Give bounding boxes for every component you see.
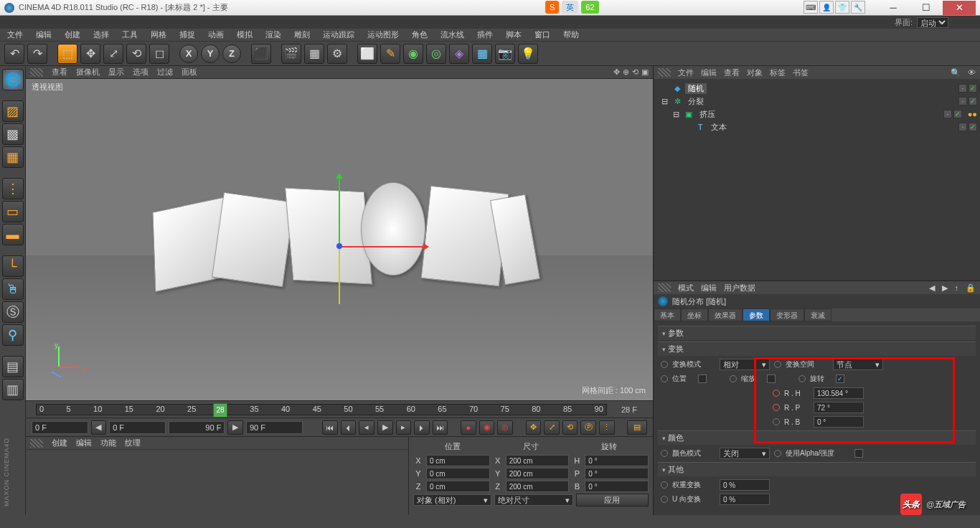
- anim-dot[interactable]: [798, 375, 806, 382]
- menu-sculpt[interactable]: 雕刻: [290, 28, 314, 42]
- scale-checkbox[interactable]: [767, 374, 776, 383]
- attr-tab[interactable]: 坐标: [681, 308, 708, 321]
- menu-track[interactable]: 运动跟踪: [319, 28, 359, 42]
- globe-icon[interactable]: 🌐: [2, 69, 24, 90]
- section-other[interactable]: 其他: [658, 462, 976, 476]
- vp-menu-filter[interactable]: 过滤: [157, 67, 173, 77]
- workplane1[interactable]: ▤: [2, 356, 24, 377]
- key-pos[interactable]: ✥: [526, 420, 542, 435]
- menu-edit[interactable]: 编辑: [32, 28, 56, 42]
- rp-field[interactable]: 72 °: [814, 402, 864, 413]
- close-button[interactable]: ✕: [943, 1, 976, 15]
- attr-tab[interactable]: 效果器: [708, 308, 743, 321]
- recent-tool[interactable]: ◻: [149, 44, 169, 64]
- ime-tool-icon[interactable]: 🔧: [851, 1, 865, 14]
- key-pla[interactable]: ⋮: [599, 420, 615, 435]
- anim-dot[interactable]: [661, 450, 668, 457]
- menu-simulate[interactable]: 模拟: [232, 28, 257, 42]
- render-view[interactable]: 🎬: [281, 44, 301, 64]
- obj-menu-obj[interactable]: 对象: [747, 67, 763, 78]
- ime-user-icon[interactable]: 👤: [819, 1, 834, 14]
- x-axis-lock[interactable]: X: [179, 44, 198, 63]
- rotate-tool[interactable]: ⟲: [126, 44, 146, 64]
- rotation-checkbox[interactable]: ✓: [836, 374, 844, 383]
- workplane-mode[interactable]: ▦: [2, 146, 24, 168]
- attr-tab[interactable]: 变形器: [770, 308, 804, 321]
- anim-dot[interactable]: [774, 450, 781, 457]
- undo-button[interactable]: ↶: [4, 44, 24, 64]
- render-region[interactable]: ▦: [304, 44, 324, 64]
- ime-kb-icon[interactable]: ⌨: [804, 1, 818, 14]
- next-key[interactable]: ⏵: [414, 420, 430, 435]
- menu-script[interactable]: 脚本: [501, 28, 526, 42]
- ime-skin-icon[interactable]: 👕: [835, 1, 849, 14]
- attr-nav-prev[interactable]: ◀: [929, 283, 935, 293]
- gizmo-x-axis[interactable]: [339, 246, 427, 248]
- anim-dot[interactable]: [774, 361, 781, 368]
- edge-mode[interactable]: ▭: [2, 201, 24, 222]
- vp-nav1-icon[interactable]: ✥: [613, 67, 620, 77]
- rh-field[interactable]: 130.584 °: [814, 387, 864, 399]
- dopesheet-button[interactable]: ▤: [627, 420, 646, 435]
- rb-field[interactable]: 0 °: [814, 416, 864, 428]
- alpha-checkbox[interactable]: [854, 449, 863, 458]
- menu-file[interactable]: 文件: [3, 28, 27, 42]
- magnet-icon[interactable]: ⚲: [2, 324, 24, 346]
- menu-create[interactable]: 创建: [60, 28, 85, 42]
- coord-size-select[interactable]: 绝对尺寸▾: [494, 494, 573, 506]
- tree-row[interactable]: ◆随机·✓: [656, 82, 977, 95]
- prev-frame[interactable]: ◂: [359, 420, 374, 435]
- keysel-button[interactable]: ◎: [497, 420, 513, 435]
- record-button[interactable]: ●: [461, 420, 476, 435]
- attr-tab[interactable]: 基本: [654, 308, 681, 321]
- vp-menu-options[interactable]: 选项: [133, 67, 149, 77]
- goto-start[interactable]: ⏮: [322, 420, 338, 435]
- range-next[interactable]: ▶: [227, 420, 243, 435]
- object-tree[interactable]: ◆随机·✓⊟✲分裂·✓⊟▣挤压·✓●●T文本·✓: [654, 79, 980, 280]
- menu-snap[interactable]: 捕捉: [175, 28, 199, 42]
- anim-dot[interactable]: [773, 418, 780, 425]
- workplane2[interactable]: ▥: [2, 379, 24, 400]
- coord-mode-select[interactable]: 对象 (相对)▾: [413, 494, 491, 506]
- timeline-track[interactable]: 051015202530354045505560657075808590 28: [36, 404, 607, 415]
- next-frame[interactable]: ▸: [396, 420, 412, 435]
- menu-animate[interactable]: 动画: [204, 28, 228, 42]
- uoffset-field[interactable]: 0 %: [720, 494, 770, 505]
- attr-menu-user[interactable]: 用户数据: [724, 283, 755, 293]
- gizmo-y-axis[interactable]: [339, 175, 340, 246]
- redo-button[interactable]: ↷: [27, 44, 47, 64]
- obj-menu-view[interactable]: 查看: [724, 67, 740, 78]
- menu-select[interactable]: 选择: [89, 28, 113, 42]
- attr-lock-icon[interactable]: 🔒: [966, 283, 976, 293]
- model-mode[interactable]: ▨: [2, 100, 24, 122]
- ime-badge[interactable]: 62: [581, 1, 598, 14]
- anim-dot[interactable]: [773, 390, 780, 397]
- generator2[interactable]: ◎: [426, 44, 446, 64]
- axis-mode[interactable]: └: [2, 255, 24, 277]
- vp-menu-display[interactable]: 显示: [108, 67, 124, 77]
- maximize-button[interactable]: ☐: [910, 1, 943, 15]
- point-mode[interactable]: ⋮: [2, 178, 24, 199]
- coord-system[interactable]: ⬛: [251, 44, 271, 64]
- goto-end[interactable]: ⏭: [433, 420, 448, 435]
- section-transform[interactable]: 变换: [658, 341, 976, 356]
- ime-lang[interactable]: 英: [562, 1, 578, 14]
- snap-toggle[interactable]: Ⓢ: [2, 301, 24, 323]
- menu-pipeline[interactable]: 流水线: [436, 28, 468, 42]
- transform-mode-select[interactable]: 相对▾: [720, 359, 770, 370]
- tweak-mode[interactable]: 🖱: [2, 278, 24, 300]
- section-color[interactable]: 颜色: [658, 430, 976, 445]
- attr-menu-mode[interactable]: 模式: [678, 283, 694, 293]
- attr-menu-edit[interactable]: 编辑: [701, 283, 717, 293]
- deformer[interactable]: ◈: [449, 44, 469, 64]
- timeline-playhead[interactable]: 28: [213, 403, 227, 418]
- gizmo-center[interactable]: [336, 243, 342, 249]
- vp-nav3-icon[interactable]: ⟲: [632, 67, 639, 77]
- transform-space-select[interactable]: 节点▾: [833, 359, 883, 370]
- eye-icon[interactable]: 👁: [968, 68, 976, 77]
- viewport[interactable]: 透视视图 yx 网格间距 : 100 cm: [26, 79, 653, 400]
- autokey-button[interactable]: ◉: [479, 420, 495, 435]
- menu-render[interactable]: 渲染: [261, 28, 286, 42]
- grip-icon[interactable]: [30, 439, 43, 448]
- menu-mesh[interactable]: 网格: [146, 28, 171, 42]
